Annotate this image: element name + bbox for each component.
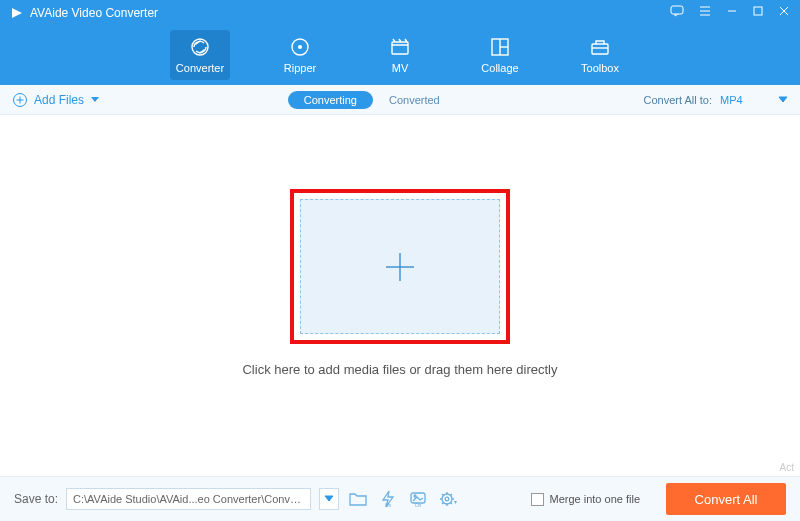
svg-text:On: On xyxy=(385,502,392,508)
hardware-accel-button[interactable]: On xyxy=(377,488,399,510)
chevron-down-icon xyxy=(778,94,788,106)
converter-icon xyxy=(189,36,211,58)
high-speed-button[interactable]: On xyxy=(407,488,429,510)
svg-rect-16 xyxy=(592,44,608,54)
nav-label: Toolbox xyxy=(581,62,619,74)
svg-marker-0 xyxy=(12,8,22,18)
open-folder-button[interactable] xyxy=(347,488,369,510)
svg-marker-22 xyxy=(779,97,787,102)
plus-icon xyxy=(378,245,422,289)
svg-text:On: On xyxy=(415,502,422,507)
svg-point-28 xyxy=(414,495,416,497)
convert-all-to-value: MP4 xyxy=(720,94,770,106)
save-to-path[interactable]: C:\AVAide Studio\AVAid...eo Converter\Co… xyxy=(66,488,311,510)
nav-collage[interactable]: Collage xyxy=(470,30,530,80)
svg-rect-12 xyxy=(392,42,408,54)
checkbox-icon xyxy=(531,493,544,506)
settings-button[interactable] xyxy=(437,488,459,510)
close-button[interactable] xyxy=(778,5,790,20)
minimize-button[interactable] xyxy=(726,5,738,20)
menu-icon[interactable] xyxy=(698,5,712,20)
sub-toolbar: Add Files Converting Converted Convert A… xyxy=(0,85,800,115)
feedback-icon[interactable] xyxy=(670,5,684,20)
nav-ripper[interactable]: Ripper xyxy=(270,30,330,80)
nav-label: Collage xyxy=(481,62,518,74)
drop-hint: Click here to add media files or drag th… xyxy=(242,362,557,377)
app-title: AVAide Video Converter xyxy=(30,6,670,20)
nav-label: MV xyxy=(392,62,409,74)
nav-mv[interactable]: MV xyxy=(370,30,430,80)
add-files-button[interactable]: Add Files xyxy=(12,92,100,108)
bottom-bar: Save to: C:\AVAide Studio\AVAid...eo Con… xyxy=(0,476,800,521)
tab-converted[interactable]: Converted xyxy=(373,91,456,109)
svg-marker-21 xyxy=(91,97,99,102)
chevron-down-icon xyxy=(90,96,100,104)
tab-converting[interactable]: Converting xyxy=(288,91,373,109)
add-files-label: Add Files xyxy=(34,93,84,107)
convert-all-to-selector[interactable]: Convert All to: MP4 xyxy=(644,94,788,106)
app-logo-icon xyxy=(10,6,24,20)
save-to-dropdown[interactable] xyxy=(319,488,339,510)
convert-all-to-label: Convert All to: xyxy=(644,94,712,106)
workspace: Click here to add media files or drag th… xyxy=(0,115,800,451)
nav-label: Converter xyxy=(176,62,224,74)
watermark-text: Act xyxy=(780,462,794,473)
svg-marker-32 xyxy=(454,501,457,504)
nav-converter[interactable]: Converter xyxy=(170,30,230,80)
convert-all-button[interactable]: Convert All xyxy=(666,483,786,515)
svg-point-11 xyxy=(298,45,302,49)
svg-marker-25 xyxy=(325,496,333,501)
mv-icon xyxy=(389,36,411,58)
nav-label: Ripper xyxy=(284,62,316,74)
svg-rect-6 xyxy=(754,7,762,15)
drop-zone[interactable] xyxy=(290,189,510,344)
save-to-label: Save to: xyxy=(14,492,58,506)
merge-label: Merge into one file xyxy=(550,493,641,505)
title-bar: AVAide Video Converter xyxy=(0,0,800,25)
merge-checkbox[interactable]: Merge into one file xyxy=(531,493,641,506)
ripper-icon xyxy=(289,36,311,58)
svg-point-31 xyxy=(445,497,449,501)
nav-toolbox[interactable]: Toolbox xyxy=(570,30,630,80)
drop-zone-inner xyxy=(300,199,500,334)
main-nav: Converter Ripper MV Collage Toolbox xyxy=(0,25,800,85)
maximize-button[interactable] xyxy=(752,5,764,20)
collage-icon xyxy=(489,36,511,58)
svg-rect-1 xyxy=(671,6,683,14)
toolbox-icon xyxy=(589,36,611,58)
